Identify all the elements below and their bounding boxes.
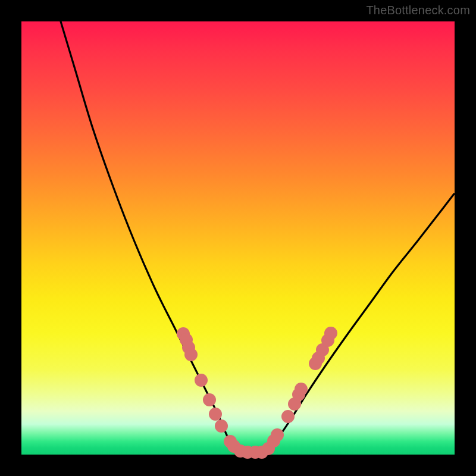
chart-overlay	[21, 21, 455, 455]
marker-point	[209, 408, 222, 421]
marker-group	[177, 327, 337, 459]
left-curve	[61, 21, 239, 453]
marker-point	[271, 428, 284, 441]
marker-point	[195, 374, 208, 387]
plot-area	[21, 21, 455, 455]
marker-point	[295, 383, 308, 396]
marker-point	[203, 393, 216, 406]
marker-point	[324, 327, 337, 340]
marker-point	[215, 419, 228, 433]
marker-point	[281, 410, 295, 423]
chart-frame: TheBottleneck.com	[0, 0, 476, 476]
marker-point	[184, 348, 198, 361]
watermark-text: TheBottleneck.com	[366, 4, 470, 17]
